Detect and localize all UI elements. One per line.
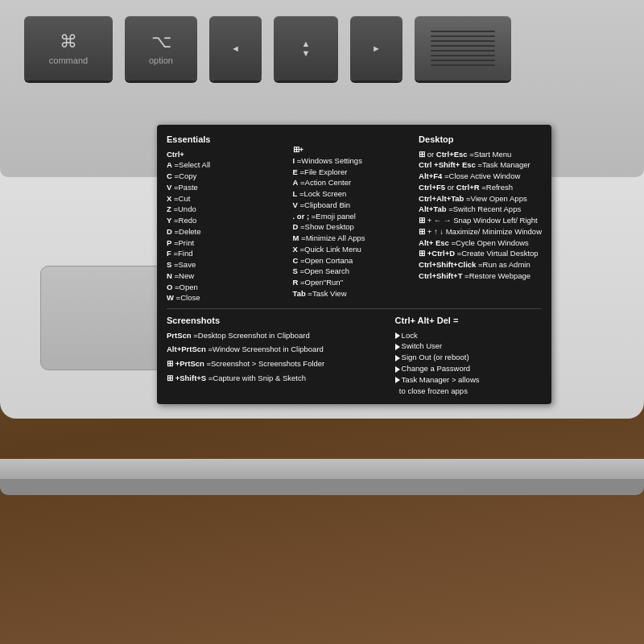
- cad-signout: Sign Out (or reboot): [395, 352, 542, 363]
- command-label: command: [49, 56, 88, 65]
- arrow-left-icon: ◄: [231, 43, 240, 53]
- laptop-foot: [0, 479, 644, 495]
- shortcut-p: P =Print: [167, 237, 285, 249]
- win-e: E =File Explorer: [293, 167, 411, 178]
- win-prtscn: ⊞ +PrtScn =Screenshot > Screenshots Fold…: [167, 358, 387, 369]
- speaker-line: [431, 31, 495, 32]
- win-a: A =Action Center: [293, 177, 411, 188]
- win-m: M =Minimize All Apps: [293, 233, 411, 244]
- desktop-alttab: Alt+Tab =Switch Recent Apps: [419, 204, 542, 215]
- option-icon: ⌥: [151, 31, 171, 52]
- essentials-title: Essentials: [167, 133, 285, 147]
- screenshots-column: Screenshots PrtScn =Desktop Screenshot i…: [167, 314, 387, 396]
- essentials-column: Essentials Ctrl+ A =Select All C =Copy V…: [167, 133, 285, 303]
- cheatsheet-top: Essentials Ctrl+ A =Select All C =Copy V…: [167, 133, 542, 303]
- option-label: option: [149, 56, 173, 65]
- shortcut-o: O =Open: [167, 282, 285, 293]
- win-x: X =Quick Link Menu: [293, 244, 411, 255]
- desktop-maxmin: ⊞ + ↑ ↓ Maximize/ Minimize Window: [419, 226, 542, 237]
- arrow-down-icon: ▼: [302, 48, 311, 58]
- shortcut-z: Z =Undo: [167, 204, 285, 215]
- desktop-cycle: Alt+ Esc =Cycle Open Windows: [419, 237, 542, 249]
- speaker-line: [431, 64, 495, 66]
- shortcut-v: V =Paste: [167, 182, 285, 193]
- shortcut-d: D =Delete: [167, 226, 285, 237]
- cad-lock: Lock: [395, 330, 542, 341]
- desktop-refresh: Ctrl+F5 or Ctrl+R =Refresh: [419, 182, 542, 193]
- cheatsheet-sticker: Essentials Ctrl+ A =Select All C =Copy V…: [157, 125, 551, 404]
- desktop-virtual: ⊞ +Ctrl+D =Create Virtual Desktop: [419, 248, 542, 259]
- desktop-title: Desktop: [419, 133, 542, 147]
- cad-switchuser: Switch User: [395, 341, 542, 352]
- win-header: ⊞+: [293, 144, 411, 155]
- cad-taskmanager: Task Manager > allows to close frozen ap…: [395, 374, 542, 397]
- speaker-line: [431, 35, 495, 37]
- desktop-viewapps: Ctrl+Alt+Tab =View Open Apps: [419, 193, 542, 204]
- arrow-up-icon: ▲: [302, 39, 311, 48]
- shortcut-x: X =Cut: [167, 193, 285, 204]
- desktop-runadmin: Ctrl+Shift+Click =Run as Admin: [419, 259, 542, 270]
- speaker-line: [431, 55, 495, 56]
- shortcut-s: S =Save: [167, 259, 285, 270]
- shortcut-a: A =Select All: [167, 159, 285, 171]
- desktop-column: Desktop ⊞ or Ctrl+Esc =Start Menu Ctrl +…: [419, 133, 542, 303]
- win-l: L =Lock Screen: [293, 188, 411, 200]
- alt-prtscn: Alt+PrtScn =Window Screenshot in Clipboa…: [167, 344, 387, 355]
- cheatsheet-bottom: Screenshots PrtScn =Desktop Screenshot i…: [167, 308, 542, 396]
- ctrlaltdel-title: Ctrl+ Alt+ Del =: [395, 314, 542, 328]
- win-d: D =Show Desktop: [293, 221, 411, 233]
- ctrl-header: Ctrl+: [167, 149, 285, 160]
- laptop-body: ⌘ command ⌥ option ◄ ▲ ▼ ►: [0, 0, 644, 419]
- arrow-right-key[interactable]: ►: [350, 16, 402, 80]
- command-key[interactable]: ⌘ command: [24, 16, 113, 80]
- shortcut-y: Y =Redo: [167, 215, 285, 226]
- desktop-taskmanager: Ctrl +Shift+ Esc =Task Manager: [419, 159, 542, 171]
- win-tab: Tab =Task View: [293, 288, 411, 299]
- prtscn: PrtScn =Desktop Screenshot in Clipboard: [167, 330, 387, 341]
- win-v: V =Clipboard Bin: [293, 200, 411, 211]
- desktop-restoretab: Ctrl+Shift+T =Restore Webpage: [419, 270, 542, 282]
- win-c: C =Open Cortana: [293, 255, 411, 266]
- speaker-grille: [415, 16, 511, 80]
- shortcut-w: W =Close: [167, 292, 285, 303]
- speaker-line: [431, 60, 495, 61]
- win-emoji: . or ; =Emoji panel: [293, 211, 411, 222]
- win-s: S =Open Search: [293, 266, 411, 277]
- speaker-lines: [431, 31, 495, 66]
- command-icon: ⌘: [60, 31, 77, 52]
- desktop-altf4: Alt+F4 =Close Active Window: [419, 171, 542, 182]
- option-key[interactable]: ⌥ option: [125, 16, 197, 80]
- speaker-line: [431, 50, 495, 52]
- win-r: R =Open"Run": [293, 277, 411, 288]
- speaker-line: [431, 40, 495, 42]
- arrow-updown-key[interactable]: ▲ ▼: [274, 16, 338, 80]
- win-shifts: ⊞ +Shift+S =Capture with Snip & Sketch: [167, 373, 387, 384]
- shortcut-n: N =New: [167, 270, 285, 282]
- win-shortcuts-column: ⊞+ I =Windows Settings E =File Explorer …: [293, 133, 411, 303]
- desktop-snap: ⊞ + ← → Snap Window Left/ Right: [419, 215, 542, 226]
- cad-changepass: Change a Password: [395, 363, 542, 374]
- shortcut-c: C =Copy: [167, 171, 285, 182]
- speaker-line: [431, 45, 495, 47]
- desktop-start: ⊞ or Ctrl+Esc =Start Menu: [419, 149, 542, 160]
- arrow-right-icon: ►: [372, 43, 381, 53]
- shortcut-f: F =Find: [167, 248, 285, 259]
- win-i: I =Windows Settings: [293, 155, 411, 167]
- screenshots-title: Screenshots: [167, 314, 387, 328]
- ctrlaltdel-column: Ctrl+ Alt+ Del = Lock Switch User Sign O…: [395, 314, 542, 396]
- arrow-left-key[interactable]: ◄: [209, 16, 262, 80]
